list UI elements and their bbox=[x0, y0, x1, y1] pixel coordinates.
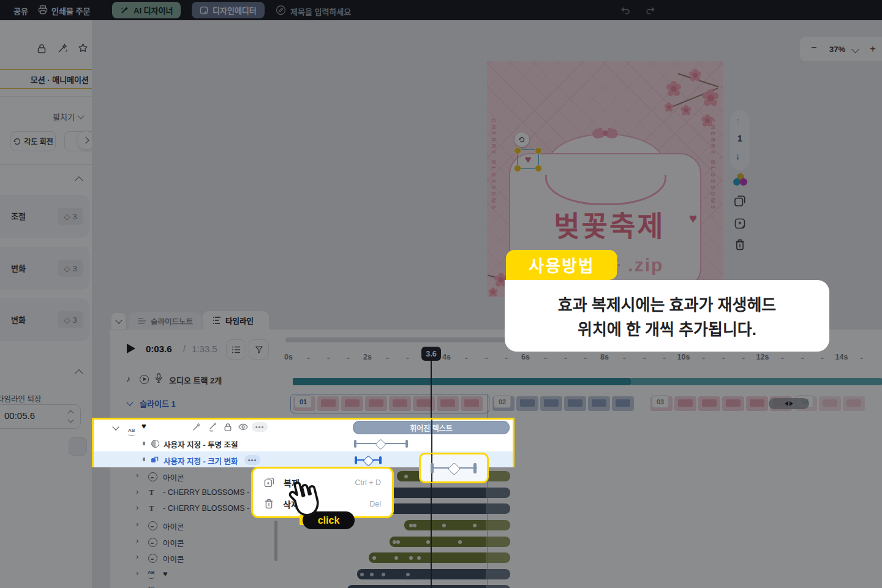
keyframe-diamond-icon bbox=[375, 439, 386, 450]
keyframe-diamond-icon bbox=[363, 455, 374, 466]
bullet-icon bbox=[143, 458, 145, 461]
effect-row-size-label[interactable]: 사용자 지정 - 크기 변화 bbox=[164, 455, 238, 467]
resize-icon bbox=[151, 456, 159, 463]
duplicate-shortcut: Ctrl + D bbox=[355, 478, 381, 487]
lock-icon[interactable] bbox=[224, 423, 232, 432]
group-chevron-down-icon[interactable] bbox=[112, 423, 119, 430]
effect-row-more-button[interactable]: ••• bbox=[244, 455, 260, 465]
group-heart-label[interactable]: ♥ bbox=[141, 421, 146, 431]
tutorial-text-line2: 위치에 한 개씩 추가됩니다. bbox=[578, 317, 756, 339]
tutorial-text-line1: 효과 복제시에는 효과가 재생헤드 bbox=[558, 292, 777, 315]
delete-shortcut: Del bbox=[369, 500, 381, 508]
new-keyframe-card[interactable] bbox=[419, 453, 489, 483]
design-editor-app: 벚꽃축제 ♥ 정보모음 .zip 대한민국 벚꽃 개화 시기부터 벚꽃 피크닉 … bbox=[0, 0, 882, 588]
bullet-icon bbox=[143, 442, 145, 445]
size-keyframe-slider[interactable] bbox=[355, 454, 382, 466]
effect-row-opacity-label[interactable]: 사용자 지정 - 투명 조절 bbox=[164, 439, 238, 450]
visibility-eye-icon[interactable] bbox=[238, 423, 248, 431]
tutorial-badge-label: 사용방법 bbox=[529, 253, 594, 277]
opacity-icon bbox=[151, 440, 159, 448]
group-more-button[interactable]: ••• bbox=[252, 422, 268, 432]
keyframe-diamond-icon bbox=[448, 462, 461, 475]
tutorial-badge: 사용방법 bbox=[506, 250, 617, 280]
curved-text-icon: AB bbox=[128, 428, 135, 433]
opacity-keyframe-slider[interactable] bbox=[354, 438, 408, 449]
ai-effect-icon[interactable] bbox=[192, 422, 202, 432]
tutorial-tooltip: 효과 복제시에는 효과가 재생헤드 위치에 한 개씩 추가됩니다. bbox=[505, 280, 829, 352]
menu-item-duplicate[interactable]: 복제 Ctrl + D bbox=[253, 472, 392, 493]
animate-wand-icon[interactable] bbox=[208, 422, 217, 432]
